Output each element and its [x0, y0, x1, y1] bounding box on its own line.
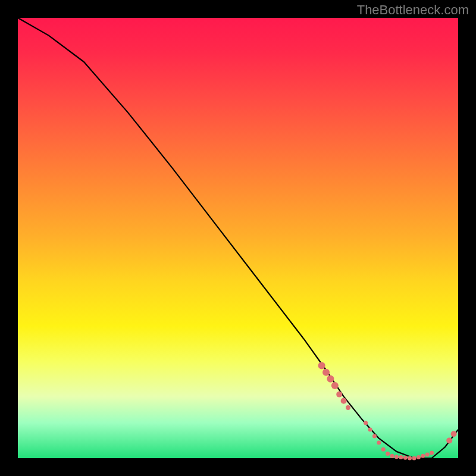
marker-trough	[381, 447, 386, 452]
chart-frame: TheBottleneck.com	[0, 0, 476, 476]
marker-trough	[390, 454, 394, 458]
marker-trough	[386, 452, 390, 456]
marker-right-pair	[451, 431, 457, 437]
marker-cluster-left	[336, 392, 342, 397]
marker-cluster-left	[322, 369, 330, 376]
curve-line	[18, 18, 458, 458]
marker-right-pair	[446, 437, 452, 443]
marker-trough	[403, 456, 408, 460]
attribution-label: TheBottleneck.com	[357, 2, 469, 18]
marker-trough	[364, 421, 368, 425]
marker-trough	[416, 455, 421, 459]
marker-trough	[425, 453, 430, 457]
marker-trough	[408, 456, 412, 461]
marker-cluster-left	[327, 375, 334, 383]
chart-svg	[18, 18, 458, 458]
marker-trough	[430, 451, 434, 455]
marker-cluster-left	[331, 382, 339, 389]
marker-cluster-left	[318, 362, 325, 369]
marker-trough	[377, 441, 381, 445]
marker-trough	[412, 456, 416, 461]
marker-trough	[399, 455, 403, 459]
marker-trough	[421, 454, 425, 458]
marker-trough	[372, 434, 377, 439]
marker-cluster-left	[346, 405, 350, 410]
plot-area	[18, 18, 458, 458]
marker-trough	[394, 455, 399, 459]
marker-cluster-left	[341, 398, 347, 404]
marker-trough	[368, 427, 372, 431]
